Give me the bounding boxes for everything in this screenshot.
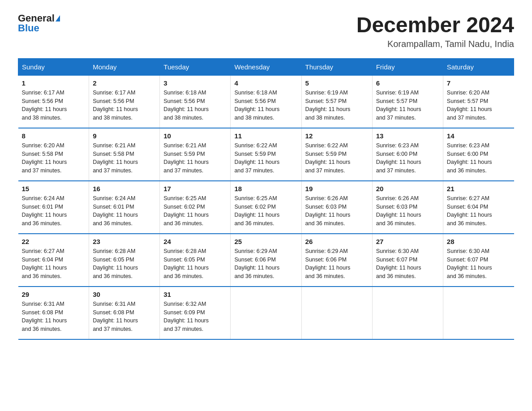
day-cell: 7Sunrise: 6:20 AM Sunset: 5:57 PM Daylig… <box>443 75 514 128</box>
day-info: Sunrise: 6:22 AM Sunset: 5:59 PM Dayligh… <box>305 141 369 175</box>
day-number: 20 <box>376 185 439 193</box>
day-cell: 12Sunrise: 6:22 AM Sunset: 5:59 PM Dayli… <box>301 128 372 181</box>
week-row-4: 22Sunrise: 6:27 AM Sunset: 6:04 PM Dayli… <box>18 234 514 287</box>
page-header: General Blue December 2024 Korampallam, … <box>18 13 514 49</box>
day-info: Sunrise: 6:17 AM Sunset: 5:56 PM Dayligh… <box>93 89 156 122</box>
week-row-1: 1Sunrise: 6:17 AM Sunset: 5:56 PM Daylig… <box>18 75 514 128</box>
logo-triangle-icon <box>56 15 60 21</box>
day-info: Sunrise: 6:26 AM Sunset: 6:03 PM Dayligh… <box>305 194 369 228</box>
day-cell: 2Sunrise: 6:17 AM Sunset: 5:56 PM Daylig… <box>89 75 160 128</box>
day-number: 22 <box>22 238 86 245</box>
day-info: Sunrise: 6:21 AM Sunset: 5:58 PM Dayligh… <box>93 141 156 175</box>
day-cell: 21Sunrise: 6:27 AM Sunset: 6:04 PM Dayli… <box>443 181 514 234</box>
day-cell: 23Sunrise: 6:28 AM Sunset: 6:05 PM Dayli… <box>89 234 160 287</box>
header-row: SundayMondayTuesdayWednesdayThursdayFrid… <box>18 58 514 75</box>
day-cell: 31Sunrise: 6:32 AM Sunset: 6:09 PM Dayli… <box>160 287 231 339</box>
day-cell: 9Sunrise: 6:21 AM Sunset: 5:58 PM Daylig… <box>89 128 160 181</box>
day-number: 17 <box>163 185 227 193</box>
header-cell-saturday: Saturday <box>443 58 514 75</box>
day-cell: 1Sunrise: 6:17 AM Sunset: 5:56 PM Daylig… <box>18 75 89 128</box>
header-cell-wednesday: Wednesday <box>231 58 301 75</box>
day-info: Sunrise: 6:29 AM Sunset: 6:06 PM Dayligh… <box>305 247 369 281</box>
day-info: Sunrise: 6:30 AM Sunset: 6:07 PM Dayligh… <box>376 247 439 281</box>
day-number: 13 <box>376 132 439 140</box>
day-info: Sunrise: 6:27 AM Sunset: 6:04 PM Dayligh… <box>447 194 511 228</box>
day-cell <box>372 287 443 339</box>
day-info: Sunrise: 6:25 AM Sunset: 6:02 PM Dayligh… <box>234 194 297 228</box>
calendar-table: SundayMondayTuesdayWednesdayThursdayFrid… <box>18 58 514 340</box>
header-cell-thursday: Thursday <box>301 58 372 75</box>
day-info: Sunrise: 6:29 AM Sunset: 6:06 PM Dayligh… <box>234 247 297 281</box>
day-number: 27 <box>376 238 439 245</box>
day-info: Sunrise: 6:23 AM Sunset: 6:00 PM Dayligh… <box>376 141 439 175</box>
day-number: 1 <box>22 79 86 87</box>
day-info: Sunrise: 6:31 AM Sunset: 6:08 PM Dayligh… <box>93 300 156 334</box>
day-number: 18 <box>234 185 297 193</box>
day-cell: 18Sunrise: 6:25 AM Sunset: 6:02 PM Dayli… <box>231 181 301 234</box>
day-cell: 15Sunrise: 6:24 AM Sunset: 6:01 PM Dayli… <box>18 181 89 234</box>
day-info: Sunrise: 6:28 AM Sunset: 6:05 PM Dayligh… <box>163 247 227 281</box>
day-number: 29 <box>22 291 86 298</box>
day-cell: 6Sunrise: 6:19 AM Sunset: 5:57 PM Daylig… <box>372 75 443 128</box>
day-info: Sunrise: 6:24 AM Sunset: 6:01 PM Dayligh… <box>22 194 86 228</box>
day-cell <box>231 287 301 339</box>
day-cell: 4Sunrise: 6:18 AM Sunset: 5:56 PM Daylig… <box>231 75 301 128</box>
header-cell-tuesday: Tuesday <box>160 58 231 75</box>
day-cell: 29Sunrise: 6:31 AM Sunset: 6:08 PM Dayli… <box>18 287 89 339</box>
day-info: Sunrise: 6:19 AM Sunset: 5:57 PM Dayligh… <box>376 89 439 122</box>
day-cell: 20Sunrise: 6:26 AM Sunset: 6:03 PM Dayli… <box>372 181 443 234</box>
day-cell: 17Sunrise: 6:25 AM Sunset: 6:02 PM Dayli… <box>160 181 231 234</box>
header-cell-monday: Monday <box>89 58 160 75</box>
day-cell: 8Sunrise: 6:20 AM Sunset: 5:58 PM Daylig… <box>18 128 89 181</box>
day-info: Sunrise: 6:20 AM Sunset: 5:57 PM Dayligh… <box>447 89 511 122</box>
day-cell: 10Sunrise: 6:21 AM Sunset: 5:59 PM Dayli… <box>160 128 231 181</box>
day-number: 3 <box>163 79 227 87</box>
day-number: 24 <box>163 238 227 245</box>
day-info: Sunrise: 6:23 AM Sunset: 6:00 PM Dayligh… <box>447 141 511 175</box>
day-cell: 3Sunrise: 6:18 AM Sunset: 5:56 PM Daylig… <box>160 75 231 128</box>
day-info: Sunrise: 6:24 AM Sunset: 6:01 PM Dayligh… <box>93 194 156 228</box>
day-number: 16 <box>93 185 156 193</box>
calendar-body: 1Sunrise: 6:17 AM Sunset: 5:56 PM Daylig… <box>18 75 514 339</box>
day-cell: 13Sunrise: 6:23 AM Sunset: 6:00 PM Dayli… <box>372 128 443 181</box>
day-cell <box>301 287 372 339</box>
header-cell-sunday: Sunday <box>18 58 89 75</box>
day-info: Sunrise: 6:32 AM Sunset: 6:09 PM Dayligh… <box>163 300 227 334</box>
day-info: Sunrise: 6:18 AM Sunset: 5:56 PM Dayligh… <box>163 89 227 122</box>
day-number: 5 <box>305 79 369 87</box>
logo: General Blue <box>18 13 60 33</box>
day-number: 2 <box>93 79 156 87</box>
day-cell: 16Sunrise: 6:24 AM Sunset: 6:01 PM Dayli… <box>89 181 160 234</box>
day-number: 9 <box>93 132 156 140</box>
week-row-3: 15Sunrise: 6:24 AM Sunset: 6:01 PM Dayli… <box>18 181 514 234</box>
day-number: 28 <box>447 238 511 245</box>
day-info: Sunrise: 6:17 AM Sunset: 5:56 PM Dayligh… <box>22 89 86 122</box>
day-number: 8 <box>22 132 86 140</box>
day-number: 31 <box>163 291 227 298</box>
day-info: Sunrise: 6:22 AM Sunset: 5:59 PM Dayligh… <box>234 141 297 175</box>
day-number: 7 <box>447 79 511 87</box>
day-cell: 25Sunrise: 6:29 AM Sunset: 6:06 PM Dayli… <box>231 234 301 287</box>
day-info: Sunrise: 6:18 AM Sunset: 5:56 PM Dayligh… <box>234 89 297 122</box>
day-info: Sunrise: 6:28 AM Sunset: 6:05 PM Dayligh… <box>93 247 156 281</box>
day-cell: 27Sunrise: 6:30 AM Sunset: 6:07 PM Dayli… <box>372 234 443 287</box>
day-number: 19 <box>305 185 369 193</box>
day-info: Sunrise: 6:19 AM Sunset: 5:57 PM Dayligh… <box>305 89 369 122</box>
day-cell: 14Sunrise: 6:23 AM Sunset: 6:00 PM Dayli… <box>443 128 514 181</box>
day-cell <box>443 287 514 339</box>
day-cell: 24Sunrise: 6:28 AM Sunset: 6:05 PM Dayli… <box>160 234 231 287</box>
day-info: Sunrise: 6:31 AM Sunset: 6:08 PM Dayligh… <box>22 300 86 334</box>
title-area: December 2024 Korampallam, Tamil Nadu, I… <box>356 13 514 49</box>
day-cell: 5Sunrise: 6:19 AM Sunset: 5:57 PM Daylig… <box>301 75 372 128</box>
day-info: Sunrise: 6:25 AM Sunset: 6:02 PM Dayligh… <box>163 194 227 228</box>
day-number: 4 <box>234 79 297 87</box>
day-cell: 22Sunrise: 6:27 AM Sunset: 6:04 PM Dayli… <box>18 234 89 287</box>
day-number: 12 <box>305 132 369 140</box>
logo-blue-text: Blue <box>18 23 39 33</box>
day-info: Sunrise: 6:30 AM Sunset: 6:07 PM Dayligh… <box>447 247 511 281</box>
day-info: Sunrise: 6:27 AM Sunset: 6:04 PM Dayligh… <box>22 247 86 281</box>
day-number: 10 <box>163 132 227 140</box>
day-info: Sunrise: 6:21 AM Sunset: 5:59 PM Dayligh… <box>163 141 227 175</box>
day-info: Sunrise: 6:20 AM Sunset: 5:58 PM Dayligh… <box>22 141 86 175</box>
calendar-header: SundayMondayTuesdayWednesdayThursdayFrid… <box>18 58 514 75</box>
